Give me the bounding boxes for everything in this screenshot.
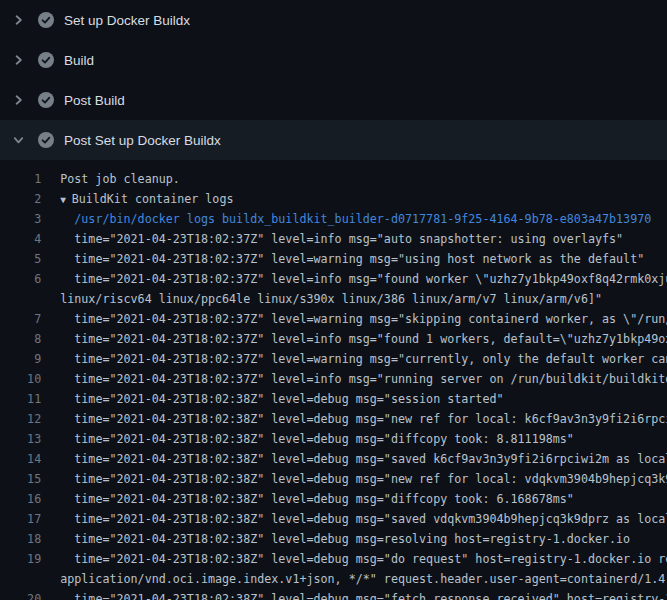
line-number[interactable]: 12: [6, 412, 41, 426]
log-line: 1Post job cleanup.: [0, 169, 667, 189]
line-number[interactable]: 16: [6, 492, 41, 506]
line-text: Post job cleanup.: [41, 172, 180, 186]
line-number[interactable]: 2: [6, 192, 41, 206]
step-label: Post Build: [64, 93, 125, 108]
step-header-build[interactable]: Build: [0, 40, 667, 80]
line-number[interactable]: 3: [6, 212, 41, 226]
line-number[interactable]: 7: [6, 312, 41, 326]
chevron-down-icon: [12, 133, 25, 147]
steps-list: Set up Docker BuildxBuildPost BuildPost …: [0, 0, 667, 160]
step-label: Build: [64, 53, 94, 68]
check-circle-icon: [38, 92, 54, 108]
line-number[interactable]: 15: [6, 472, 41, 486]
step-header-post-build[interactable]: Post Build: [0, 80, 667, 120]
line-text[interactable]: ▼ BuildKit container logs: [41, 192, 233, 206]
log-group-line: 2▼ BuildKit container logs: [0, 189, 667, 209]
check-circle-icon: [38, 12, 54, 28]
line-number[interactable]: 14: [6, 452, 41, 466]
line-number[interactable]: 10: [6, 372, 41, 386]
line-number[interactable]: 6: [6, 272, 41, 286]
line-number: [6, 572, 41, 586]
line-number[interactable]: 8: [6, 332, 41, 346]
chevron-right-icon: [12, 53, 25, 67]
step-label: Set up Docker Buildx: [64, 13, 190, 28]
chevron-right-icon: [12, 93, 25, 107]
chevron-right-icon: [12, 13, 25, 27]
line-number[interactable]: 11: [6, 392, 41, 406]
line-number[interactable]: 17: [6, 512, 41, 526]
line-number: [6, 292, 41, 306]
line-number[interactable]: 9: [6, 352, 41, 366]
log-line: 20 time="2021-04-23T18:02:38Z" level=deb…: [0, 589, 667, 600]
line-number[interactable]: 4: [6, 232, 41, 246]
line-number[interactable]: 13: [6, 432, 41, 446]
check-circle-icon: [38, 132, 54, 148]
line-number[interactable]: 19: [6, 552, 41, 566]
step-label: Post Set up Docker Buildx: [64, 133, 221, 148]
line-number[interactable]: 20: [6, 592, 41, 600]
collapse-triangle-icon[interactable]: ▼: [60, 194, 71, 205]
workflow-log-panel: Set up Docker BuildxBuildPost BuildPost …: [0, 0, 667, 600]
step-header-set-up-docker-buildx[interactable]: Set up Docker Buildx: [0, 0, 667, 40]
check-circle-icon: [38, 52, 54, 68]
line-number[interactable]: 1: [6, 172, 41, 186]
step-header-post-set-up-docker-buildx[interactable]: Post Set up Docker Buildx: [0, 120, 667, 160]
line-number[interactable]: 5: [6, 252, 41, 266]
line-text: time="2021-04-23T18:02:38Z" level=debug …: [41, 583, 667, 600]
line-number[interactable]: 18: [6, 532, 41, 546]
log-lines: 1Post job cleanup. 2▼ BuildKit container…: [0, 160, 667, 600]
